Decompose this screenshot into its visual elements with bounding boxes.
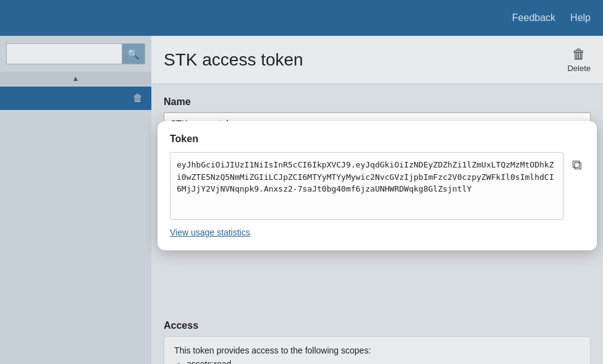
- access-scopes-list: assets:read: [187, 359, 580, 364]
- view-stats-link[interactable]: View usage statistics: [170, 227, 250, 237]
- delete-icon: 🗑: [572, 46, 586, 62]
- page-title: STK access token: [164, 50, 303, 70]
- copy-button[interactable]: ⧉: [570, 154, 584, 176]
- access-box: This token provides access to the follow…: [164, 336, 591, 364]
- token-card: Token eyJhbGciOiJIUzI1NiIsInR5cCI6IkpXVC…: [158, 121, 597, 250]
- search-input[interactable]: [6, 43, 122, 64]
- page-header: STK access token 🗑 Delete: [151, 36, 603, 84]
- main-layout: 🔍 ▲ 🗑 STK access token 🗑 Delete Name: [0, 36, 603, 364]
- help-link[interactable]: Help: [570, 12, 591, 23]
- name-label: Name: [164, 96, 591, 108]
- search-bar: 🔍: [6, 43, 145, 64]
- feedback-link[interactable]: Feedback: [512, 12, 555, 23]
- sidebar-item-delete-icon[interactable]: 🗑: [133, 93, 143, 104]
- topbar: Feedback Help: [0, 0, 603, 36]
- content-area: STK access token 🗑 Delete Name Token eyJ…: [151, 36, 603, 364]
- search-icon: 🔍: [127, 48, 140, 60]
- delete-label: Delete: [567, 64, 591, 73]
- scroll-up-button[interactable]: ▲: [0, 72, 151, 85]
- access-description: This token provides access to the follow…: [174, 345, 371, 355]
- sidebar-item[interactable]: 🗑: [0, 87, 151, 110]
- sidebar: 🔍 ▲ 🗑: [0, 36, 151, 364]
- form-area: Name Token eyJhbGciOiJIUzI1NiIsInR5cCI6I…: [151, 84, 603, 147]
- token-box-wrapper: eyJhbGciOiJIUzI1NiIsInR5cCI6IkpXVCJ9.eyJ…: [170, 152, 584, 220]
- access-label: Access: [164, 320, 591, 331]
- token-label: Token: [170, 133, 584, 145]
- token-textarea[interactable]: eyJhbGciOiJIUzI1NiIsInR5cCI6IkpXVCJ9.eyJ…: [170, 152, 563, 220]
- chevron-up-icon: ▲: [72, 74, 80, 83]
- search-button[interactable]: 🔍: [122, 43, 145, 64]
- delete-button[interactable]: 🗑 Delete: [567, 46, 591, 73]
- access-scope-item: assets:read: [187, 359, 580, 364]
- copy-icon: ⧉: [572, 157, 582, 172]
- access-section: Access This token provides access to the…: [151, 320, 603, 364]
